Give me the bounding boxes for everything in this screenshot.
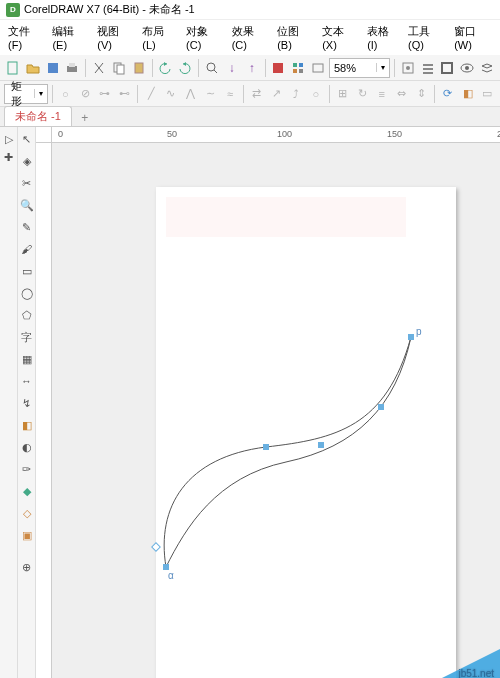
elastic-icon[interactable]: ⟳ xyxy=(439,84,457,104)
print-icon[interactable] xyxy=(63,58,81,78)
import-icon[interactable]: ↓ xyxy=(223,58,241,78)
menu-view[interactable]: 视图(V) xyxy=(93,22,136,53)
zoom-level[interactable]: ▾ xyxy=(329,58,390,78)
line-icon: ╱ xyxy=(142,84,160,104)
paste-icon[interactable] xyxy=(130,58,148,78)
reflect-v-icon: ⇕ xyxy=(412,84,430,104)
menu-window[interactable]: 窗口(W) xyxy=(450,22,496,53)
welcome-icon[interactable] xyxy=(309,58,327,78)
publish-pdf-icon[interactable] xyxy=(270,58,288,78)
shape-tool-icon[interactable]: ✚ xyxy=(1,149,17,165)
freehand-icon[interactable]: ✎ xyxy=(19,219,35,235)
options-icon[interactable] xyxy=(419,58,437,78)
separator xyxy=(85,59,86,77)
curve-object[interactable]: p α xyxy=(36,127,500,678)
menu-bar: 文件(F) 编辑(E) 视图(V) 布局(L) 对象(C) 效果(C) 位图(B… xyxy=(0,20,500,55)
svg-rect-13 xyxy=(313,64,323,72)
transparency-icon[interactable]: ◐ xyxy=(19,439,35,455)
svg-point-21 xyxy=(465,66,469,70)
menu-effects[interactable]: 效果(C) xyxy=(228,22,272,53)
pick-icon[interactable]: ↖ xyxy=(19,131,35,147)
export-icon[interactable]: ↑ xyxy=(243,58,261,78)
menu-text[interactable]: 文本(X) xyxy=(318,22,361,53)
menu-table[interactable]: 表格(I) xyxy=(363,22,402,53)
select-all-icon[interactable]: ◧ xyxy=(459,84,477,104)
chevron-down-icon[interactable]: ▾ xyxy=(376,63,389,72)
add-tab-button[interactable]: + xyxy=(76,110,94,126)
open-icon[interactable] xyxy=(24,58,42,78)
rotate-icon: ↻ xyxy=(353,84,371,104)
fill-icon[interactable]: ◆ xyxy=(19,483,35,499)
crop-icon[interactable]: ✂ xyxy=(19,175,35,191)
svg-rect-11 xyxy=(293,69,297,73)
menu-bitmap[interactable]: 位图(B) xyxy=(273,22,316,53)
work-area: ▷ ✚ ↖ ◈ ✂ 🔍 ✎ 🖌 ▭ ◯ ⬠ 字 ▦ ↔ ↯ ◧ ◐ ✑ ◆ ◇ … xyxy=(0,127,500,678)
node-icon[interactable] xyxy=(408,334,414,340)
pick-tool-icon[interactable]: ▷ xyxy=(1,131,17,147)
canvas[interactable]: 0 50 100 150 200 p α jb5 xyxy=(36,127,500,678)
cusp-icon: ⋀ xyxy=(182,84,200,104)
effects-icon[interactable]: ◧ xyxy=(19,417,35,433)
toolbox: ↖ ◈ ✂ 🔍 ✎ 🖌 ▭ ◯ ⬠ 字 ▦ ↔ ↯ ◧ ◐ ✑ ◆ ◇ ▣ ⊕ xyxy=(18,127,36,678)
watermark-text: jb51.net 查字典教程网 jiaocheng.chazidian.com xyxy=(406,668,494,678)
undo-icon[interactable] xyxy=(157,58,175,78)
layers-icon[interactable] xyxy=(478,58,496,78)
node-label: p xyxy=(416,326,422,337)
curve-icon: ∿ xyxy=(162,84,180,104)
close-curve-icon: ○ xyxy=(307,84,325,104)
quick-customize-icon[interactable]: ⊕ xyxy=(19,559,35,575)
rectangle-icon[interactable]: ▭ xyxy=(19,263,35,279)
svg-rect-8 xyxy=(273,63,283,73)
preview-icon[interactable] xyxy=(458,58,476,78)
break-node-icon: ⊷ xyxy=(116,84,134,104)
extract-icon: ⤴ xyxy=(287,84,305,104)
svg-rect-0 xyxy=(8,62,17,74)
text-tool-icon[interactable]: 字 xyxy=(19,329,35,345)
connector-icon[interactable]: ↯ xyxy=(19,395,35,411)
menu-file[interactable]: 文件(F) xyxy=(4,22,46,53)
shape-edit-icon[interactable]: ◈ xyxy=(19,153,35,169)
eyedropper-icon[interactable]: ✑ xyxy=(19,461,35,477)
copy-icon[interactable] xyxy=(110,58,128,78)
menu-object[interactable]: 对象(C) xyxy=(182,22,226,53)
delete-node-icon: ⊘ xyxy=(76,84,94,104)
menu-edit[interactable]: 编辑(E) xyxy=(48,22,91,53)
svg-rect-10 xyxy=(299,63,303,67)
svg-rect-12 xyxy=(299,69,303,73)
artistic-media-icon[interactable]: 🖌 xyxy=(19,241,35,257)
toolbox-flyout: ▷ ✚ xyxy=(0,127,18,678)
menu-tools[interactable]: 工具(Q) xyxy=(404,22,448,53)
polygon-icon[interactable]: ⬠ xyxy=(19,307,35,323)
node-icon[interactable] xyxy=(152,543,160,551)
chevron-down-icon[interactable]: ▾ xyxy=(34,89,47,98)
zoom-tool-icon[interactable]: 🔍 xyxy=(19,197,35,213)
save-icon[interactable] xyxy=(44,58,62,78)
node-icon[interactable] xyxy=(378,404,384,410)
node-icon[interactable] xyxy=(263,444,269,450)
redo-icon[interactable] xyxy=(176,58,194,78)
outline-icon[interactable]: ◇ xyxy=(19,505,35,521)
watermark: jb51.net 查字典教程网 jiaocheng.chazidian.com xyxy=(360,649,500,678)
node-icon[interactable] xyxy=(318,442,324,448)
zoom-input[interactable] xyxy=(330,62,376,74)
svg-rect-3 xyxy=(69,63,75,67)
cut-icon[interactable] xyxy=(90,58,108,78)
property-bar: 矩形 ▾ ○ ⊘ ⊶ ⊷ ╱ ∿ ⋀ ∼ ≈ ⇄ ↗ ⤴ ○ ⊞ ↻ ≡ ⇔ ⇕… xyxy=(0,81,500,107)
search-icon[interactable] xyxy=(203,58,221,78)
svg-rect-1 xyxy=(48,63,58,73)
fullscreen-icon[interactable] xyxy=(439,58,457,78)
new-icon[interactable] xyxy=(4,58,22,78)
svg-rect-19 xyxy=(442,63,452,73)
shape-preset[interactable]: 矩形 ▾ xyxy=(4,84,48,104)
snap-icon[interactable] xyxy=(399,58,417,78)
ellipse-icon[interactable]: ◯ xyxy=(19,285,35,301)
title-bar: D CorelDRAW X7 (64-Bit) - 未命名 -1 xyxy=(0,0,500,20)
interactive-fill-icon[interactable]: ▣ xyxy=(19,527,35,543)
svg-point-15 xyxy=(406,66,410,70)
svg-rect-16 xyxy=(423,64,433,66)
table-tool-icon[interactable]: ▦ xyxy=(19,351,35,367)
app-launcher-icon[interactable] xyxy=(289,58,307,78)
tab-doc1[interactable]: 未命名 -1 xyxy=(4,106,72,126)
dimension-icon[interactable]: ↔ xyxy=(19,373,35,389)
menu-layout[interactable]: 布局(L) xyxy=(138,22,180,53)
